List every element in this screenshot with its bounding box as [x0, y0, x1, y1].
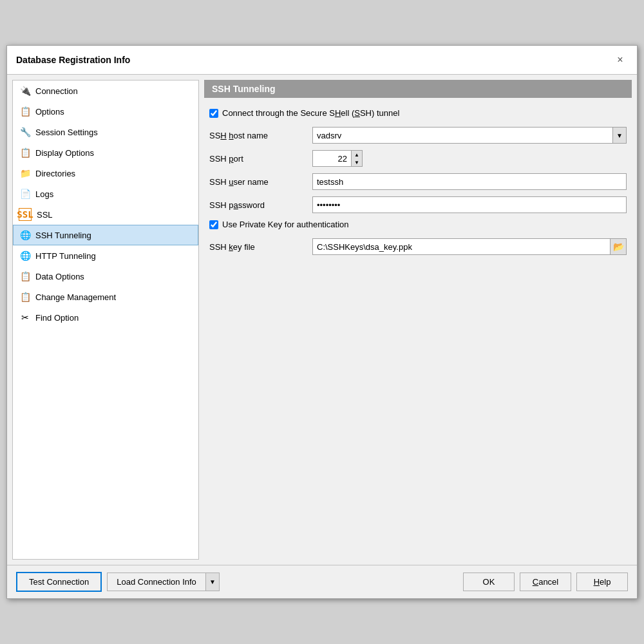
connect-ssh-checkbox[interactable] — [209, 109, 218, 118]
sidebar-label-data-options: Data Options — [35, 272, 84, 281]
ssl-icon: SSL — [19, 208, 32, 221]
sidebar-item-ssl[interactable]: SSL SSL — [13, 204, 198, 225]
session-settings-icon: 🔧 — [19, 126, 32, 138]
ssh-port-row: SSH port ▲ ▼ — [209, 150, 627, 167]
ssh-key-file-row: SSH key file 📂 — [209, 238, 627, 255]
sidebar-item-data-options[interactable]: 📋 Data Options — [13, 266, 198, 287]
ssh-key-file-browse-button[interactable]: 📂 — [610, 238, 627, 255]
ssh-key-file-input-group: 📂 — [312, 238, 627, 255]
ssh-host-row: SSH host name ▼ — [209, 127, 627, 144]
ssh-port-input[interactable] — [312, 150, 351, 167]
ssh-port-input-group: ▲ ▼ — [312, 150, 363, 167]
display-options-icon: 📋 — [19, 146, 32, 159]
ok-button[interactable]: OK — [463, 573, 515, 591]
sidebar-label-options: Options — [35, 107, 64, 117]
private-key-row: Use Private Key for authentication — [209, 220, 627, 229]
sidebar-label-display-options: Display Options — [35, 148, 94, 158]
sidebar-item-directories[interactable]: 📁 Directories — [13, 163, 198, 184]
dialog-body: 🔌 Connection 📋 Options 🔧 Session Setting… — [7, 75, 637, 565]
sidebar-label-directories: Directories — [35, 169, 75, 178]
ssh-port-up-button[interactable]: ▲ — [352, 151, 362, 158]
ssh-password-label: SSH password — [209, 200, 312, 210]
sidebar-item-ssh-tunneling[interactable]: 🌐 SSH Tunneling — [13, 225, 198, 245]
ssh-host-input[interactable] — [312, 127, 612, 144]
test-connection-button[interactable]: Test Connection — [16, 572, 102, 592]
ssh-key-file-label: SSH key file — [209, 242, 312, 252]
find-option-icon: ✂ — [19, 311, 32, 324]
section-header: SSH Tunneling — [204, 80, 632, 98]
use-private-key-label: Use Private Key for authentication — [222, 220, 349, 229]
sidebar-item-http-tunneling[interactable]: 🌐 HTTP Tunneling — [13, 245, 198, 266]
load-connection-group: Load Connection Info ▼ — [107, 573, 220, 591]
sidebar-item-options[interactable]: 📋 Options — [13, 101, 198, 122]
data-options-icon: 📋 — [19, 270, 32, 283]
sidebar-label-logs: Logs — [35, 189, 53, 199]
sidebar-label-change-management: Change Management — [35, 292, 116, 302]
ssh-user-row: SSH user name — [209, 173, 627, 190]
help-button[interactable]: Help — [576, 573, 628, 591]
ssh-host-dropdown-button[interactable]: ▼ — [612, 127, 627, 144]
sidebar-label-session-settings: Session Settings — [35, 128, 98, 137]
ssh-tunneling-icon: 🌐 — [19, 229, 32, 242]
change-management-icon: 📋 — [19, 290, 32, 303]
sidebar-label-find-option: Find Option — [35, 313, 79, 323]
sidebar-label-http-tunneling: HTTP Tunneling — [35, 251, 96, 261]
sidebar-item-connection[interactable]: 🔌 Connection — [13, 80, 198, 101]
database-registration-dialog: Database Registration Info × 🔌 Connectio… — [6, 45, 638, 599]
dialog-footer: Test Connection Load Connection Info ▼ O… — [7, 565, 637, 598]
ssh-host-label: SSH host name — [209, 131, 312, 140]
ssh-port-label: SSH port — [209, 154, 312, 164]
sidebar-item-find-option[interactable]: ✂ Find Option — [13, 307, 198, 328]
sidebar-label-ssh-tunneling: SSH Tunneling — [35, 231, 91, 240]
content-area: Connect through the Secure SHell (SSH) t… — [204, 106, 632, 264]
connection-icon: 🔌 — [19, 84, 32, 97]
logs-icon: 📄 — [19, 187, 32, 200]
ssh-password-row: SSH password — [209, 196, 627, 213]
ssh-user-input[interactable] — [312, 173, 627, 190]
load-connection-button[interactable]: Load Connection Info — [107, 573, 205, 591]
main-content: SSH Tunneling Connect through the Secure… — [199, 75, 637, 565]
directories-icon: 📁 — [19, 167, 32, 180]
sidebar-item-session-settings[interactable]: 🔧 Session Settings — [13, 122, 198, 142]
sidebar-label-connection: Connection — [35, 86, 78, 96]
sidebar-item-change-management[interactable]: 📋 Change Management — [13, 287, 198, 307]
sidebar: 🔌 Connection 📋 Options 🔧 Session Setting… — [12, 80, 199, 560]
http-tunneling-icon: 🌐 — [19, 249, 32, 262]
ssh-port-spinner: ▲ ▼ — [351, 150, 363, 167]
load-connection-dropdown-button[interactable]: ▼ — [205, 573, 220, 591]
options-icon: 📋 — [19, 105, 32, 118]
connect-ssh-row: Connect through the Secure SHell (SSH) t… — [209, 108, 627, 118]
ssh-password-input[interactable] — [312, 196, 627, 213]
connect-ssh-label: Connect through the Secure SHell (SSH) t… — [222, 108, 399, 118]
sidebar-item-display-options[interactable]: 📋 Display Options — [13, 142, 198, 163]
ssh-user-label: SSH user name — [209, 177, 312, 187]
sidebar-label-ssl: SSL — [37, 210, 53, 220]
ssh-host-input-group: ▼ — [312, 127, 627, 144]
title-bar: Database Registration Info × — [7, 46, 637, 75]
sidebar-item-logs[interactable]: 📄 Logs — [13, 184, 198, 204]
close-button[interactable]: × — [612, 52, 628, 68]
use-private-key-checkbox[interactable] — [209, 220, 218, 229]
cancel-button[interactable]: Cancel — [520, 573, 571, 591]
ssh-key-file-input[interactable] — [312, 238, 610, 255]
ssh-port-down-button[interactable]: ▼ — [352, 158, 362, 166]
dialog-title: Database Registration Info — [16, 55, 130, 65]
